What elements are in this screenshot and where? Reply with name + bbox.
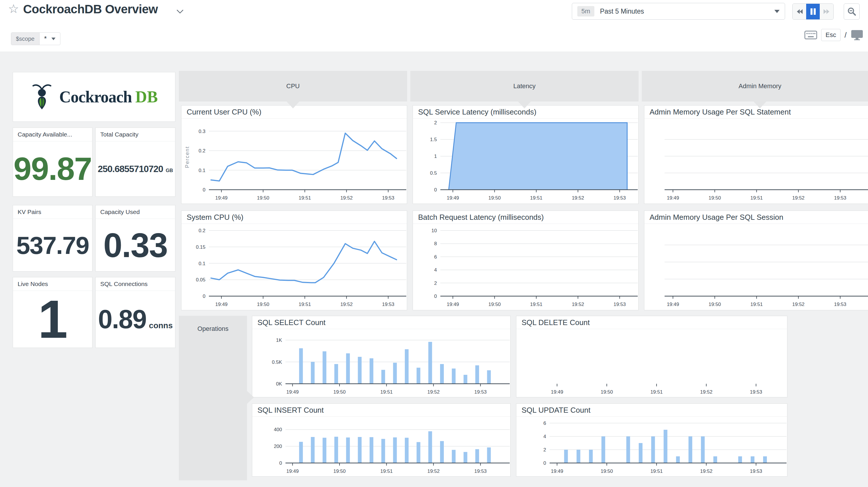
group-header-admin-memory[interactable]: Admin Memory <box>642 71 868 102</box>
group-label: Admin Memory <box>739 82 781 90</box>
svg-text:19:50: 19:50 <box>601 389 613 395</box>
card-capacity-used[interactable]: Capacity Used 0.33 <box>95 205 176 271</box>
svg-text:19:50: 19:50 <box>334 468 346 474</box>
group-notch <box>247 391 254 404</box>
panel-sql-insert-count: SQL INSERT Count 020040019:4919:5019:511… <box>252 403 510 477</box>
chart-current-user-cpu[interactable]: 00.10.20.319:4919:5019:5119:5219:53Perce… <box>182 119 407 204</box>
svg-text:0: 0 <box>544 460 546 466</box>
svg-text:19:52: 19:52 <box>572 302 584 307</box>
svg-text:6: 6 <box>434 254 437 260</box>
panel-title: SQL INSERT Count <box>252 404 510 417</box>
svg-text:19:51: 19:51 <box>750 195 763 201</box>
esc-key-hint[interactable]: Esc <box>821 29 841 41</box>
panel-admin-memory-session: Admin Memory Usage Per SQL Session 19:49… <box>644 210 868 310</box>
svg-text:0.3: 0.3 <box>198 129 206 134</box>
svg-text:19:52: 19:52 <box>700 389 713 395</box>
svg-text:19:49: 19:49 <box>286 468 299 474</box>
svg-text:19:49: 19:49 <box>551 389 563 395</box>
svg-text:19:51: 19:51 <box>380 468 393 474</box>
card-live-nodes[interactable]: Live Nodes 1 <box>13 277 92 348</box>
scope-template-variable[interactable]: $scope * <box>11 32 60 45</box>
svg-text:1.5: 1.5 <box>430 137 437 142</box>
top-bar: ☆ CockroachDB Overview 5m Past 5 Minutes <box>0 0 868 52</box>
scope-value: * <box>44 35 47 43</box>
svg-text:0.1: 0.1 <box>198 168 206 173</box>
pause-button[interactable] <box>806 4 820 19</box>
svg-text:19:50: 19:50 <box>709 195 721 201</box>
group-header-operations[interactable]: Operations <box>179 316 247 480</box>
chart-admin-memory-session[interactable]: 19:4919:5019:5119:5219:53 <box>644 224 868 310</box>
svg-text:0.2: 0.2 <box>198 148 206 153</box>
logo-db-text: DB <box>135 88 158 106</box>
svg-text:0.5K: 0.5K <box>272 360 282 365</box>
rewind-icon <box>795 8 804 15</box>
svg-text:0: 0 <box>434 293 437 299</box>
dashboard-root: ☆ CockroachDB Overview 5m Past 5 Minutes <box>0 0 868 487</box>
svg-text:0: 0 <box>203 187 206 193</box>
keyboard-icon <box>804 31 817 39</box>
svg-text:200: 200 <box>274 443 282 449</box>
time-range-label: Past 5 Minutes <box>600 7 644 15</box>
chart-admin-memory-statement[interactable]: 19:4919:5019:5119:5219:53 <box>644 119 868 204</box>
title-chevron-down-icon[interactable] <box>176 9 184 15</box>
svg-text:19:53: 19:53 <box>614 195 626 201</box>
svg-text:19:53: 19:53 <box>382 195 395 201</box>
panel-title: Admin Memory Usage Per SQL Session <box>644 211 868 224</box>
svg-text:19:49: 19:49 <box>286 389 299 395</box>
svg-text:0: 0 <box>279 460 282 466</box>
group-header-latency[interactable]: Latency <box>410 71 639 102</box>
svg-text:19:51: 19:51 <box>650 389 663 395</box>
card-value: 0.89 <box>98 306 146 332</box>
forward-button[interactable] <box>820 4 833 19</box>
svg-text:19:50: 19:50 <box>334 389 346 395</box>
time-range-caret-icon <box>774 10 780 13</box>
chart-batch-request-latency[interactable]: 024681019:4919:5019:5119:5219:53 <box>413 224 638 310</box>
svg-text:19:53: 19:53 <box>750 468 762 474</box>
svg-text:19:49: 19:49 <box>215 195 228 201</box>
chart-sql-insert-count[interactable]: 020040019:4919:5019:5119:5219:53 <box>252 417 510 476</box>
svg-text:19:50: 19:50 <box>601 468 613 474</box>
chart-sql-delete-count[interactable]: 19:4919:5019:5119:5219:53 <box>516 329 787 397</box>
chart-sql-update-count[interactable]: 024619:4919:5019:5119:5219:53 <box>516 417 787 476</box>
panel-sql-delete-count: SQL DELETE Count 19:4919:5019:5119:5219:… <box>516 316 787 397</box>
zoom-out-button[interactable] <box>844 3 860 20</box>
rewind-button[interactable] <box>793 4 806 19</box>
slash-separator: / <box>845 31 847 39</box>
group-header-cpu[interactable]: CPU <box>179 71 407 102</box>
chart-sql-select-count[interactable]: 0K0.5K1K19:4919:5019:5119:5219:53 <box>252 329 510 397</box>
chart-system-cpu[interactable]: 00.050.10.150.219:4919:5019:5119:5219:53 <box>182 224 407 310</box>
svg-text:19:49: 19:49 <box>447 195 459 201</box>
svg-text:10: 10 <box>431 228 437 233</box>
svg-text:Percent: Percent <box>184 146 190 168</box>
svg-text:19:50: 19:50 <box>257 195 269 201</box>
svg-text:4: 4 <box>544 434 546 439</box>
card-kv-pairs[interactable]: KV Pairs 537.79 <box>13 205 92 271</box>
svg-text:19:52: 19:52 <box>427 389 440 395</box>
svg-text:19:53: 19:53 <box>750 389 762 395</box>
svg-text:19:50: 19:50 <box>257 302 269 307</box>
card-sql-connections[interactable]: SQL Connections 0.89conns <box>95 277 176 348</box>
favorite-star-icon[interactable]: ☆ <box>8 3 19 15</box>
svg-text:0.05: 0.05 <box>196 277 206 283</box>
panel-system-cpu: System CPU (%) 00.050.10.150.219:4919:50… <box>181 210 407 310</box>
svg-text:19:49: 19:49 <box>215 302 228 307</box>
cockroachdb-logo-widget[interactable]: CockroachDB <box>13 72 176 122</box>
panel-admin-memory-statement: Admin Memory Usage Per SQL Statement 19:… <box>644 105 868 204</box>
logo-text: Cockroach <box>59 88 132 106</box>
card-total-capacity[interactable]: Total Capacity 250.6855710720GB <box>95 127 176 197</box>
panel-title: System CPU (%) <box>182 211 407 224</box>
card-capacity-available[interactable]: Capacity Available... 99.87 <box>13 127 92 197</box>
time-range-picker[interactable]: 5m Past 5 Minutes <box>572 3 785 20</box>
card-unit: GB <box>165 168 173 173</box>
svg-text:19:52: 19:52 <box>427 468 440 474</box>
panel-batch-request-latency: Batch Request Latency (milliseconds) 024… <box>413 210 639 310</box>
scope-value-select[interactable]: * <box>39 33 60 45</box>
dashboard-canvas: CockroachDB Capacity Available... 99.87 … <box>0 52 868 487</box>
panel-sql-update-count: SQL UPDATE Count 024619:4919:5019:5119:5… <box>516 403 787 477</box>
card-value: 99.87 <box>13 153 92 185</box>
svg-text:19:51: 19:51 <box>299 302 311 307</box>
fullscreen-monitor-icon[interactable] <box>851 29 863 40</box>
svg-text:2: 2 <box>434 120 437 125</box>
card-value: 1 <box>38 293 67 346</box>
chart-sql-service-latency[interactable]: 00.511.5219:4919:5019:5119:5219:53 <box>413 119 638 204</box>
